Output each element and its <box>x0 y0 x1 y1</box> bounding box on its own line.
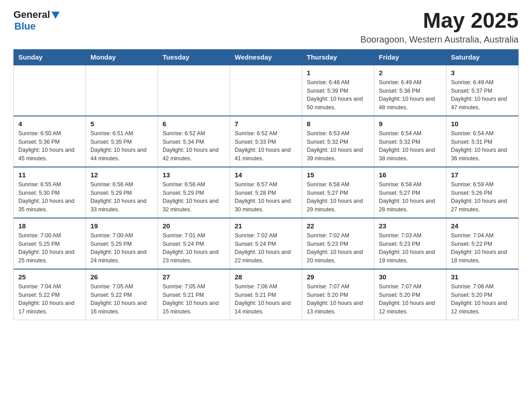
day-number: 6 <box>163 120 225 128</box>
cell-w3-d1: 11Sunrise: 6:55 AMSunset: 5:30 PMDayligh… <box>14 167 86 218</box>
logo: General Blue <box>13 9 60 32</box>
cell-w2-d1: 4Sunrise: 6:50 AMSunset: 5:36 PMDaylight… <box>14 116 86 167</box>
cell-w4-d1: 18Sunrise: 7:00 AMSunset: 5:25 PMDayligh… <box>14 218 86 269</box>
month-year-title: May 2025 <box>360 9 519 33</box>
cell-w2-d4: 7Sunrise: 6:52 AMSunset: 5:33 PMDaylight… <box>230 116 302 167</box>
day-info: Sunrise: 7:04 AMSunset: 5:22 PMDaylight:… <box>18 283 81 316</box>
cell-w4-d5: 22Sunrise: 7:02 AMSunset: 5:23 PMDayligh… <box>302 218 374 269</box>
day-number: 21 <box>235 222 297 230</box>
day-info: Sunrise: 6:50 AMSunset: 5:36 PMDaylight:… <box>18 129 81 163</box>
day-number: 23 <box>379 222 442 230</box>
logo-blue-text: Blue <box>14 21 36 32</box>
day-number: 31 <box>451 273 514 281</box>
col-saturday: Saturday <box>446 49 519 65</box>
day-info: Sunrise: 6:51 AMSunset: 5:35 PMDaylight:… <box>90 129 153 163</box>
col-friday: Friday <box>374 49 446 65</box>
cell-w5-d1: 25Sunrise: 7:04 AMSunset: 5:22 PMDayligh… <box>14 269 86 320</box>
day-number: 29 <box>307 273 369 281</box>
day-number: 7 <box>235 120 297 128</box>
day-number: 9 <box>379 120 442 128</box>
day-number: 8 <box>307 120 369 128</box>
cell-w1-d4 <box>230 65 302 116</box>
day-info: Sunrise: 6:58 AMSunset: 5:27 PMDaylight:… <box>307 180 369 214</box>
day-info: Sunrise: 6:57 AMSunset: 5:28 PMDaylight:… <box>235 180 297 214</box>
day-number: 26 <box>90 273 153 281</box>
logo-triangle-icon <box>51 12 60 21</box>
day-info: Sunrise: 7:07 AMSunset: 5:20 PMDaylight:… <box>379 283 442 316</box>
day-info: Sunrise: 6:52 AMSunset: 5:34 PMDaylight:… <box>163 129 225 163</box>
day-info: Sunrise: 6:54 AMSunset: 5:31 PMDaylight:… <box>451 129 514 163</box>
location-subtitle: Booragoon, Western Australia, Australia <box>360 34 519 45</box>
day-number: 27 <box>163 273 225 281</box>
day-info: Sunrise: 6:49 AMSunset: 5:37 PMDaylight:… <box>451 78 514 112</box>
logo-general-text: General <box>13 9 50 21</box>
day-info: Sunrise: 7:02 AMSunset: 5:24 PMDaylight:… <box>235 231 297 265</box>
day-info: Sunrise: 6:56 AMSunset: 5:29 PMDaylight:… <box>163 180 225 214</box>
day-number: 18 <box>18 222 81 230</box>
day-info: Sunrise: 7:00 AMSunset: 5:25 PMDaylight:… <box>90 231 153 265</box>
cell-w4-d4: 21Sunrise: 7:02 AMSunset: 5:24 PMDayligh… <box>230 218 302 269</box>
col-monday: Monday <box>86 49 158 65</box>
day-info: Sunrise: 6:53 AMSunset: 5:32 PMDaylight:… <box>307 129 369 163</box>
day-info: Sunrise: 7:06 AMSunset: 5:21 PMDaylight:… <box>235 283 297 316</box>
week-row-2: 4Sunrise: 6:50 AMSunset: 5:36 PMDaylight… <box>14 116 519 167</box>
day-info: Sunrise: 7:01 AMSunset: 5:24 PMDaylight:… <box>163 231 225 265</box>
cell-w5-d3: 27Sunrise: 7:05 AMSunset: 5:21 PMDayligh… <box>158 269 230 320</box>
cell-w2-d7: 10Sunrise: 6:54 AMSunset: 5:31 PMDayligh… <box>446 116 519 167</box>
cell-w4-d2: 19Sunrise: 7:00 AMSunset: 5:25 PMDayligh… <box>86 218 158 269</box>
cell-w1-d3 <box>158 65 230 116</box>
page-header: General Blue May 2025 Booragoon, Western… <box>13 9 519 45</box>
col-tuesday: Tuesday <box>158 49 230 65</box>
cell-w1-d7: 3Sunrise: 6:49 AMSunset: 5:37 PMDaylight… <box>446 65 519 116</box>
col-thursday: Thursday <box>302 49 374 65</box>
cell-w1-d1 <box>14 65 86 116</box>
calendar-header-row: Sunday Monday Tuesday Wednesday Thursday… <box>14 49 519 65</box>
cell-w3-d6: 16Sunrise: 6:58 AMSunset: 5:27 PMDayligh… <box>374 167 446 218</box>
day-number: 22 <box>307 222 369 230</box>
day-number: 1 <box>307 69 369 77</box>
cell-w4-d7: 24Sunrise: 7:04 AMSunset: 5:22 PMDayligh… <box>446 218 519 269</box>
day-info: Sunrise: 6:48 AMSunset: 5:39 PMDaylight:… <box>307 78 369 112</box>
day-number: 10 <box>451 120 514 128</box>
day-info: Sunrise: 7:03 AMSunset: 5:23 PMDaylight:… <box>379 231 442 265</box>
day-info: Sunrise: 7:08 AMSunset: 5:20 PMDaylight:… <box>451 283 514 316</box>
day-number: 16 <box>379 171 442 179</box>
day-info: Sunrise: 7:05 AMSunset: 5:22 PMDaylight:… <box>90 283 153 316</box>
cell-w5-d4: 28Sunrise: 7:06 AMSunset: 5:21 PMDayligh… <box>230 269 302 320</box>
day-info: Sunrise: 6:49 AMSunset: 5:38 PMDaylight:… <box>379 78 442 112</box>
cell-w2-d3: 6Sunrise: 6:52 AMSunset: 5:34 PMDaylight… <box>158 116 230 167</box>
week-row-1: 1Sunrise: 6:48 AMSunset: 5:39 PMDaylight… <box>14 65 519 116</box>
day-number: 5 <box>90 120 153 128</box>
day-number: 4 <box>18 120 81 128</box>
calendar-table: Sunday Monday Tuesday Wednesday Thursday… <box>13 49 519 320</box>
day-info: Sunrise: 7:04 AMSunset: 5:22 PMDaylight:… <box>451 231 514 265</box>
day-number: 30 <box>379 273 442 281</box>
day-info: Sunrise: 7:02 AMSunset: 5:23 PMDaylight:… <box>307 231 369 265</box>
cell-w5-d5: 29Sunrise: 7:07 AMSunset: 5:20 PMDayligh… <box>302 269 374 320</box>
cell-w5-d7: 31Sunrise: 7:08 AMSunset: 5:20 PMDayligh… <box>446 269 519 320</box>
cell-w2-d6: 9Sunrise: 6:54 AMSunset: 5:32 PMDaylight… <box>374 116 446 167</box>
day-info: Sunrise: 7:07 AMSunset: 5:20 PMDaylight:… <box>307 283 369 316</box>
cell-w3-d5: 15Sunrise: 6:58 AMSunset: 5:27 PMDayligh… <box>302 167 374 218</box>
day-info: Sunrise: 6:55 AMSunset: 5:30 PMDaylight:… <box>18 180 81 214</box>
cell-w2-d5: 8Sunrise: 6:53 AMSunset: 5:32 PMDaylight… <box>302 116 374 167</box>
day-number: 3 <box>451 69 514 77</box>
week-row-5: 25Sunrise: 7:04 AMSunset: 5:22 PMDayligh… <box>14 269 519 320</box>
cell-w1-d2 <box>86 65 158 116</box>
day-number: 28 <box>235 273 297 281</box>
day-number: 11 <box>18 171 81 179</box>
cell-w1-d5: 1Sunrise: 6:48 AMSunset: 5:39 PMDaylight… <box>302 65 374 116</box>
day-number: 25 <box>18 273 81 281</box>
day-number: 14 <box>235 171 297 179</box>
day-info: Sunrise: 6:56 AMSunset: 5:29 PMDaylight:… <box>90 180 153 214</box>
day-number: 20 <box>163 222 225 230</box>
cell-w5-d6: 30Sunrise: 7:07 AMSunset: 5:20 PMDayligh… <box>374 269 446 320</box>
day-number: 12 <box>90 171 153 179</box>
day-number: 24 <box>451 222 514 230</box>
col-wednesday: Wednesday <box>230 49 302 65</box>
cell-w4-d3: 20Sunrise: 7:01 AMSunset: 5:24 PMDayligh… <box>158 218 230 269</box>
day-info: Sunrise: 6:59 AMSunset: 5:26 PMDaylight:… <box>451 180 514 214</box>
title-area: May 2025 Booragoon, Western Australia, A… <box>360 9 519 45</box>
cell-w3-d7: 17Sunrise: 6:59 AMSunset: 5:26 PMDayligh… <box>446 167 519 218</box>
week-row-3: 11Sunrise: 6:55 AMSunset: 5:30 PMDayligh… <box>14 167 519 218</box>
